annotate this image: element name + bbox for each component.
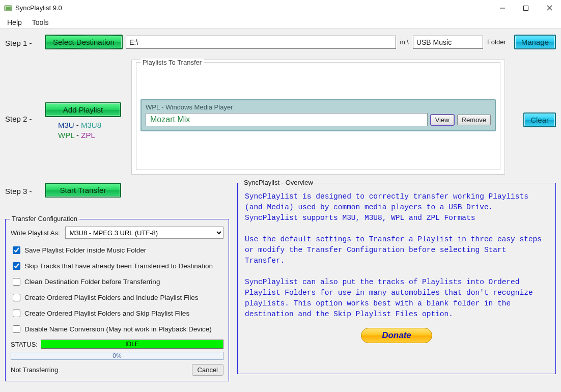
opt-ordered-skip-checkbox[interactable]: [13, 310, 20, 317]
window-title: SyncPlaylist 9.0: [15, 4, 62, 12]
destination-path-input[interactable]: E:\: [126, 36, 396, 49]
close-button[interactable]: [538, 0, 561, 16]
cancel-button[interactable]: Cancel: [192, 364, 223, 376]
format-list: M3U - M3U8 WPL - ZPL: [58, 120, 131, 141]
opt-disable-conv-checkbox[interactable]: [13, 325, 20, 333]
transfer-config-group: Transfer Configuration Write Playlist As…: [5, 219, 229, 381]
start-transfer-button[interactable]: Start Transfer: [45, 183, 121, 198]
folder-name-value: USB Music: [416, 38, 452, 46]
fmt-m3u: M3U: [58, 121, 74, 129]
add-playlist-button[interactable]: Add Playlist: [45, 102, 121, 117]
maximize-button[interactable]: [514, 0, 538, 16]
clear-button[interactable]: Clear: [523, 113, 556, 127]
svg-rect-1: [6, 7, 11, 10]
fmt-zpl: ZPL: [81, 131, 95, 139]
folder-name-input[interactable]: USB Music: [413, 36, 483, 49]
view-button[interactable]: View: [431, 115, 454, 125]
svg-rect-3: [524, 6, 528, 10]
svg-line-4: [547, 6, 552, 10]
step3-label: Step 3 -: [5, 185, 45, 195]
playlists-panel: Playlists To Transfer WPL - Windows Medi…: [131, 60, 505, 175]
playlist-name-field[interactable]: Mozart Mix: [146, 113, 428, 126]
select-destination-button[interactable]: Select Destination: [45, 35, 123, 49]
menubar: Help Tools: [0, 16, 561, 29]
opt-ordered-skip-label: Create Ordered Playlist Folders and Skip…: [24, 310, 189, 317]
status-label: STATUS:: [11, 341, 38, 348]
overview-group: SyncPlaylist - Overview SyncPlaylist is …: [237, 183, 556, 374]
overview-text: SyncPlaylist is designed to correctly tr…: [245, 191, 548, 320]
opt-save-inside-checkbox[interactable]: [13, 246, 20, 254]
progress-bar: 0%: [11, 352, 223, 360]
playlist-name-value: Mozart Mix: [150, 115, 190, 124]
donate-button[interactable]: Donate: [361, 328, 432, 343]
overview-legend: SyncPlaylist - Overview: [242, 179, 315, 186]
playlist-entry: WPL - Windows Media Player Mozart Mix Vi…: [141, 99, 496, 131]
opt-save-inside-label: Save Playlist Folder inside Music Folder: [24, 246, 146, 254]
opt-ordered-include-checkbox[interactable]: [13, 294, 20, 301]
opt-clean-label: Clean Destination Folder before Transfer…: [24, 278, 160, 286]
write-playlist-select[interactable]: M3U8 - MPEG 3 URL (UTF-8): [65, 227, 223, 239]
step2-label: Step 2 -: [5, 60, 45, 123]
step1-label: Step 1 -: [5, 37, 45, 47]
remove-button[interactable]: Remove: [457, 115, 491, 125]
menu-help[interactable]: Help: [2, 17, 27, 27]
titlebar: SyncPlaylist 9.0: [0, 0, 561, 16]
transfer-state-label: Not Transferring: [11, 366, 58, 374]
playlists-group-legend: Playlists To Transfer: [141, 59, 204, 66]
svg-line-5: [547, 6, 552, 10]
status-value: IDLE: [41, 340, 223, 349]
opt-disable-conv-label: Disable Name Conversion (May not work in…: [24, 325, 212, 333]
opt-clean-checkbox[interactable]: [13, 278, 20, 286]
in-separator-label: in \: [400, 38, 409, 46]
playlist-type-label: WPL - Windows Media Player: [146, 103, 491, 111]
destination-path-value: E:\: [129, 38, 138, 46]
opt-skip-tracks-checkbox[interactable]: [13, 262, 20, 270]
fmt-wpl: WPL: [58, 131, 74, 139]
transfer-config-legend: Transfer Configuration: [10, 215, 79, 222]
app-icon: [4, 4, 12, 12]
manage-button[interactable]: Manage: [514, 35, 556, 49]
minimize-button[interactable]: [491, 0, 514, 16]
opt-skip-tracks-label: Skip Tracks that have already been Trans…: [24, 262, 213, 270]
write-playlist-label: Write Playlist As:: [11, 229, 60, 237]
opt-ordered-include-label: Create Ordered Playlist Folders and Incl…: [24, 294, 198, 301]
folder-label: Folder: [487, 38, 506, 46]
fmt-m3u8: M3U8: [81, 121, 101, 129]
menu-tools[interactable]: Tools: [27, 17, 54, 27]
